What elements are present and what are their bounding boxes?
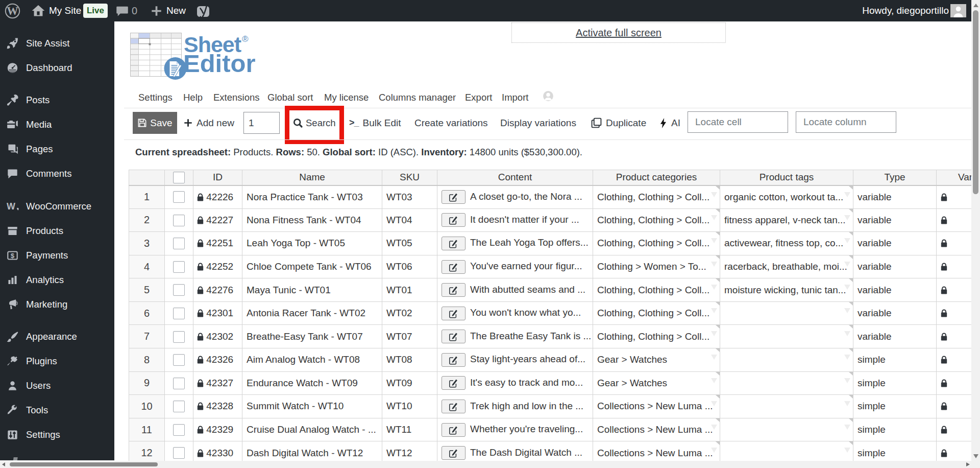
svg-text:Editor: Editor bbox=[183, 50, 256, 77]
svg-text:$: $ bbox=[11, 252, 15, 260]
svg-text:W: W bbox=[7, 4, 18, 17]
svg-text:W: W bbox=[7, 201, 15, 212]
svg-text:®: ® bbox=[242, 34, 249, 44]
